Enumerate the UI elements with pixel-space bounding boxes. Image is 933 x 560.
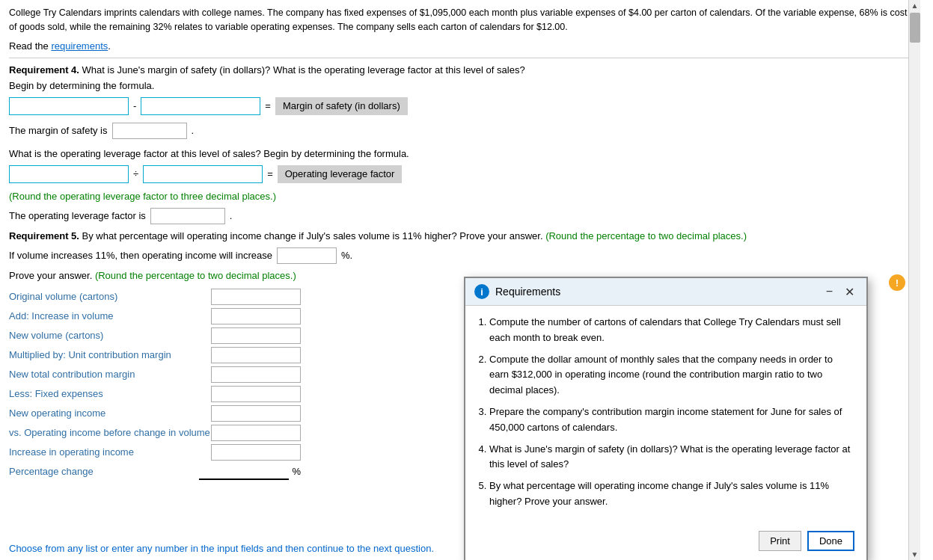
margin-safety-period: . [192,125,195,136]
volume-increase-label: If volume increases 11%, then operating … [9,250,272,261]
side-info-icon[interactable]: ! [889,274,905,291]
prove-row-input-9[interactable] [199,464,289,480]
begin-formula-label: Begin by determining the formula. [9,80,911,91]
req-item-2: Compute the dollar amount of monthly sal… [489,352,854,399]
prove-row-label-8: Increase in operating income [9,446,211,458]
prove-row-input-6[interactable] [211,405,301,422]
formula2-result-label: Operating leverage factor [278,165,403,183]
scrollbar-down-arrow[interactable]: ▼ [909,549,920,560]
modal-close-button[interactable]: ✕ [842,285,857,299]
prove-row-label-6: New operating income [9,407,211,419]
formula1-row: - = Margin of safety (in dollars) [9,97,911,115]
prove-row-label-3: Multiplied by: Unit contribution margin [9,349,211,360]
prove-row-new-volume: New volume (cartons) [9,327,301,344]
prove-row-input-2[interactable] [211,327,301,344]
percent-row: % [199,464,301,480]
formula2-row: ÷ = Operating leverage factor [9,165,911,183]
leverage-factor-row: The operating leverage factor is . [9,208,911,224]
info-icon: i [474,284,489,299]
formula2-input2[interactable] [143,165,263,183]
prove-row-pct-change: Percentage change % [9,464,301,480]
margin-safety-row: The margin of safety is . [9,123,911,139]
prove-row-input-5[interactable] [211,386,301,402]
modal-header-left: i Requirements [474,284,560,299]
formula1-input2[interactable] [141,97,260,115]
req5-heading: Requirement 5. By what percentage will o… [9,230,911,241]
prove-row-increase-oi: Increase in operating income [9,444,301,461]
formula1-operator: - [133,100,136,111]
scrollbar-thumb[interactable] [910,13,920,43]
prove-row-less-fixed: Less: Fixed expenses [9,386,301,402]
req-item-1: Compute the number of cartons of calenda… [489,315,854,346]
margin-safety-label-before: The margin of safety is [9,125,108,136]
print-button[interactable]: Print [759,531,801,551]
formula2-operator: ÷ [133,168,138,179]
prove-row-label-2: New volume (cartons) [9,330,211,341]
prove-row-input-4[interactable] [211,366,301,383]
prove-row-input-7[interactable] [211,425,301,441]
prove-row-label-1: Add: Increase in volume [9,310,211,321]
prove-row-unit-cm: Multiplied by: Unit contribution margin [9,347,301,363]
prove-row-new-total-cm: New total contribution margin [9,366,301,383]
read-label: Read the [9,40,49,52]
req4-heading: Requirement 4. What is June's margin of … [9,64,911,76]
leverage-factor-label-before: The operating leverage factor is [9,210,146,221]
read-requirements-line: Read the requirements. [9,40,911,52]
percent-sign: % [292,466,301,477]
done-button[interactable]: Done [807,531,854,551]
formula2-equals: = [267,168,273,179]
formula1-result-label: Margin of safety (in dollars) [275,97,408,115]
requirements-modal: i Requirements − ✕ Compute the number of… [464,277,868,560]
prove-row-label-7: vs. Operating income before change in vo… [9,427,211,438]
req-item-4: What is June's margin of safety (in doll… [489,442,854,473]
requirements-link[interactable]: requirements [51,40,108,52]
leverage-factor-input[interactable] [150,208,225,224]
formula1-input1[interactable] [9,97,129,115]
prove-row-input-8[interactable] [211,444,301,461]
volume-increase-row: If volume increases 11%, then operating … [9,247,911,264]
prove-table: Original volume (cartons) Add: Increase … [9,289,301,480]
volume-increase-suffix: %. [341,250,352,261]
modal-title: Requirements [495,286,560,298]
modal-header: i Requirements − ✕ [465,278,866,306]
requirements-list: Compute the number of cartons of calenda… [477,315,854,510]
modal-footer: Print Done [465,525,866,560]
scrollbar-up-arrow[interactable]: ▲ [909,0,920,11]
intro-text: College Try Calendars imprints calendars… [9,6,911,34]
prove-row-add-increase: Add: Increase in volume [9,308,301,324]
prove-row-input-3[interactable] [211,347,301,363]
req-item-3: Prepare the company's contribution margi… [489,404,854,436]
prove-row-original-volume: Original volume (cartons) [9,289,301,305]
scrollbar[interactable]: ▲ ▼ [908,0,920,560]
prove-row-input-1[interactable] [211,308,301,324]
prove-row-label-0: Original volume (cartons) [9,291,211,302]
req-item-5: By what percentage will operating income… [489,479,854,510]
prove-row-new-oi: New operating income [9,405,301,422]
leverage-factor-period: . [230,210,233,221]
margin-safety-input[interactable] [112,123,187,139]
prove-row-label-5: Less: Fixed expenses [9,388,211,399]
leverage-question: What is the operating leverage factor at… [9,148,911,159]
period: . [108,40,111,52]
modal-body: Compute the number of cartons of calenda… [465,306,866,525]
prove-row-vs-oi: vs. Operating income before change in vo… [9,425,301,441]
bottom-note: Choose from any list or enter any number… [9,543,434,554]
volume-increase-input[interactable] [277,247,337,264]
prove-row-label-9: Percentage change [9,466,199,477]
prove-row-input-0[interactable] [211,289,301,305]
formula2-input1[interactable] [9,165,129,183]
modal-controls: − ✕ [823,285,857,299]
leverage-green-note: (Round the operating leverage factor to … [9,191,911,202]
formula1-equals: = [265,100,271,111]
modal-minimize-button[interactable]: − [823,285,836,298]
prove-row-label-4: New total contribution margin [9,369,211,380]
